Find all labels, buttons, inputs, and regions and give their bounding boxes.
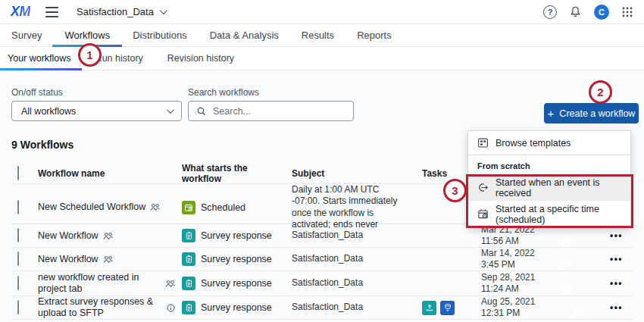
trigger-label: Survey response (201, 278, 272, 289)
col-header-name: Workflow name (38, 168, 182, 179)
tab-data-analysis[interactable]: Data & Analysis (210, 24, 279, 47)
workflow-name[interactable]: new workflow created in project tab (38, 272, 152, 295)
project-switcher[interactable]: Satisfaction_Data (77, 6, 165, 17)
tab-reports[interactable]: Reports (357, 24, 392, 47)
trigger-label: Survey response (201, 254, 272, 264)
annotation-circle-1: 1 (78, 43, 102, 67)
shared-users-icon (103, 255, 114, 264)
col-header-trigger: What starts the workflow (182, 163, 292, 184)
select-all-checkbox[interactable] (17, 166, 19, 180)
workflow-subject: Satisfaction_Data (292, 277, 413, 289)
trigger-label: Survey response (201, 230, 272, 241)
xm-logo: XM (11, 4, 30, 20)
workflow-name[interactable]: Extract survey responses & upload to SFT… (38, 296, 155, 319)
create-workflow-button[interactable]: + Create a workflow (544, 103, 639, 123)
chevron-down-icon (160, 7, 167, 14)
table-row: new workflow created in project tab (11, 271, 633, 296)
status-filter-select[interactable]: All workflows (11, 101, 182, 121)
scheduled-trigger-icon (182, 201, 195, 214)
subtab-your-workflows[interactable]: Your workflows (8, 47, 71, 70)
shared-users-icon (150, 203, 161, 211)
subtab-revision-history[interactable]: Revision history (167, 47, 234, 70)
search-label: Search workflows (188, 87, 259, 98)
row-checkbox[interactable] (17, 200, 19, 214)
workflow-subject: Satisfaction_Data (292, 302, 413, 313)
status-filter-value: All workflows (21, 106, 76, 117)
trigger-label: Scheduled (201, 202, 245, 213)
search-workflows-box (188, 101, 354, 121)
status-filter-label: On/off status (11, 87, 63, 98)
workflows-page: XM Satisfaction_Data ? C (0, 0, 644, 322)
last-modified: Aug 25, 2021 12:31 PM (481, 296, 553, 319)
workflow-subject: Satisfaction_Data (292, 253, 413, 264)
workflow-subject: Daily at 1:00 AM UTC -07:00. Starts imme… (292, 184, 413, 230)
table-row: New Workflow (11, 248, 633, 271)
annotation-circle-2: 2 (589, 80, 612, 104)
table-row: Extract survey responses & upload to SFT… (11, 296, 633, 320)
last-modified: Sep 28, 2021 11:24 AM (481, 272, 553, 295)
tab-distributions[interactable]: Distributions (133, 24, 187, 47)
survey-response-trigger-icon (182, 252, 195, 266)
trigger-label: Survey response (201, 302, 272, 313)
row-checkbox[interactable] (17, 300, 19, 314)
row-actions-menu[interactable]: ••• (606, 278, 633, 289)
upload-task-icon[interactable] (422, 301, 436, 315)
menu-section-from-scratch: From scratch (468, 155, 630, 174)
tab-results[interactable]: Results (302, 24, 334, 47)
row-actions-menu[interactable]: ••• (606, 302, 633, 313)
row-checkbox[interactable] (17, 276, 19, 290)
project-nav-tabs: Survey Workflows Distributions Data & An… (0, 24, 644, 47)
extract-data-task-icon[interactable] (440, 301, 455, 315)
search-input[interactable] (213, 106, 334, 117)
subtab-run-history[interactable]: Run history (95, 47, 143, 70)
avatar[interactable]: C (594, 5, 609, 20)
notifications-bell-icon[interactable] (569, 5, 582, 18)
workflow-name[interactable]: New Workflow (38, 230, 98, 242)
survey-response-trigger-icon (182, 229, 195, 242)
tab-survey[interactable]: Survey (11, 24, 42, 47)
shared-users-icon (103, 232, 114, 240)
row-checkbox[interactable] (17, 252, 19, 266)
annotation-circle-3: 3 (443, 179, 467, 202)
last-modified: Mar 14, 2022 3:45 PM (481, 248, 553, 270)
hamburger-menu-icon[interactable] (45, 7, 58, 17)
menu-item-browse-templates[interactable]: Browse templates (468, 131, 630, 155)
app-grid-icon[interactable] (621, 6, 633, 18)
survey-response-trigger-icon (182, 277, 195, 290)
col-header-subject: Subject (292, 168, 413, 179)
row-actions-menu[interactable]: ••• (606, 254, 633, 264)
annotation-rect-step3 (466, 174, 633, 228)
help-icon[interactable]: ? (543, 5, 557, 19)
plus-icon: + (548, 108, 555, 119)
project-name: Satisfaction_Data (77, 6, 154, 17)
templates-icon (477, 137, 489, 148)
workflow-name[interactable]: New Workflow (38, 254, 98, 265)
survey-response-trigger-icon (182, 301, 195, 314)
workflow-count-heading: 9 Workflows (11, 139, 73, 151)
info-icon (166, 303, 176, 313)
workflow-name[interactable]: New Scheduled Workflow (38, 202, 145, 213)
shared-users-icon (165, 280, 176, 288)
search-icon (196, 106, 207, 117)
top-bar: XM Satisfaction_Data ? C (0, 0, 644, 24)
row-actions-menu[interactable]: ••• (606, 230, 633, 241)
row-checkbox[interactable] (17, 228, 19, 242)
workflow-subject: Satisfaction_Data (292, 230, 413, 241)
chevron-down-icon (167, 106, 174, 114)
